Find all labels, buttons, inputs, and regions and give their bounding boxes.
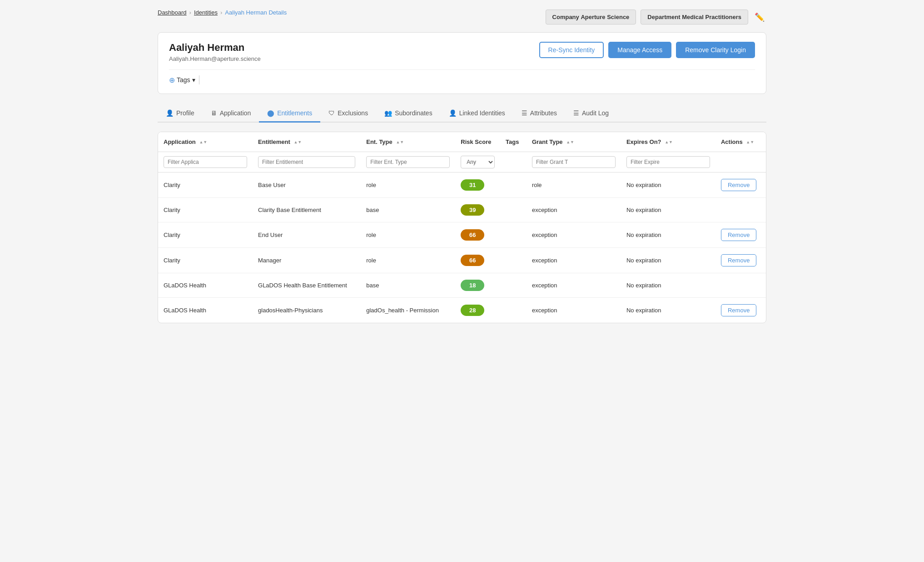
exclusions-icon: 🛡 (328, 109, 335, 117)
application-icon: 🖥 (211, 109, 217, 117)
cell-expires-on-0: No expiration (621, 173, 715, 198)
tags-row: ⊕ Tags ▾ (169, 69, 755, 84)
tabs-row: 👤 Profile 🖥 Application ⬤ Entitlements 🛡… (158, 105, 766, 123)
tab-subordinates[interactable]: 👥 Subordinates (376, 105, 441, 123)
sort-entitlement-icon[interactable]: ▲▼ (293, 140, 302, 144)
subordinates-icon: 👥 (384, 109, 392, 117)
filter-application-input[interactable] (164, 156, 247, 168)
cell-ent-type-5: gladOs_health - Permission (361, 298, 455, 323)
remove-button-2[interactable]: Remove (721, 229, 756, 241)
identity-name: Aaliyah Herman (169, 42, 261, 54)
tab-audit-log-label: Audit Log (582, 109, 609, 117)
cell-application-2: Clarity (158, 222, 253, 248)
tab-exclusions-label: Exclusions (338, 109, 368, 117)
breadcrumb-dashboard[interactable]: Dashboard (158, 9, 187, 16)
table-row: Clarity Base User role 31 role No expira… (158, 173, 766, 198)
risk-badge-1: 39 (461, 204, 484, 216)
col-risk-score: Risk Score (455, 132, 500, 152)
cell-tags-3 (500, 248, 527, 273)
company-badge: Company Aperture Science (546, 10, 636, 25)
cell-ent-type-1: base (361, 198, 455, 222)
cell-actions-0: Remove (715, 173, 766, 198)
company-value: Aperture Science (581, 14, 629, 20)
tab-profile-label: Profile (176, 109, 194, 117)
tab-profile[interactable]: 👤 Profile (158, 105, 203, 123)
remove-button-5[interactable]: Remove (721, 304, 756, 316)
col-actions: Actions ▲▼ (715, 132, 766, 152)
cell-actions-5: Remove (715, 298, 766, 323)
tab-exclusions[interactable]: 🛡 Exclusions (320, 105, 376, 123)
cell-expires-on-4: No expiration (621, 273, 715, 298)
breadcrumb-sep2: › (220, 9, 222, 16)
col-expires-on: Expires On? ▲▼ (621, 132, 715, 152)
filter-risk-score-cell: Any (455, 152, 500, 173)
sort-ent-type-icon[interactable]: ▲▼ (396, 140, 404, 144)
filter-ent-type-cell (361, 152, 455, 173)
sort-grant-type-icon[interactable]: ▲▼ (566, 140, 574, 144)
table-row: GLaDOS Health gladosHealth-Physicians gl… (158, 298, 766, 323)
attributes-icon: ☰ (522, 109, 527, 117)
col-application: Application ▲▼ (158, 132, 253, 152)
cell-tags-5 (500, 298, 527, 323)
profile-icon: 👤 (166, 109, 174, 117)
filter-grant-type-input[interactable] (532, 156, 616, 168)
cell-expires-on-5: No expiration (621, 298, 715, 323)
cell-expires-on-1: No expiration (621, 198, 715, 222)
cell-grant-type-0: role (527, 173, 621, 198)
tab-linked-identities[interactable]: 👤 Linked Identities (441, 105, 513, 123)
sort-expires-icon[interactable]: ▲▼ (665, 140, 673, 144)
filter-entitlement-input[interactable] (258, 156, 355, 168)
tab-entitlements[interactable]: ⬤ Entitlements (259, 105, 320, 123)
filter-tags-cell (500, 152, 527, 173)
tab-linked-identities-label: Linked Identities (459, 109, 505, 117)
filter-expires-input[interactable] (626, 156, 710, 168)
resync-button[interactable]: Re-Sync Identity (539, 42, 604, 58)
col-entitlement: Entitlement ▲▼ (253, 132, 361, 152)
identity-info: Aaliyah Herman Aaliyah.Herman@aperture.s… (169, 42, 261, 62)
filter-risk-score-select[interactable]: Any (461, 156, 495, 168)
entitlements-table-container: Application ▲▼ Entitlement ▲▼ Ent. Type … (158, 132, 766, 323)
cell-grant-type-2: exception (527, 222, 621, 248)
breadcrumb-sep1: › (189, 9, 191, 16)
tab-application-label: Application (220, 109, 251, 117)
dept-label: Department (647, 14, 680, 20)
manage-access-button[interactable]: Manage Access (608, 42, 671, 58)
tab-application[interactable]: 🖥 Application (203, 105, 259, 123)
audit-log-icon: ☰ (573, 109, 579, 117)
linked-identities-icon: 👤 (449, 109, 457, 117)
cell-tags-0 (500, 173, 527, 198)
col-tags: Tags (500, 132, 527, 152)
breadcrumb-current: Aaliyah Herman Details (225, 9, 287, 16)
edit-icon-button[interactable]: ✏️ (753, 10, 766, 24)
filter-ent-type-input[interactable] (366, 156, 450, 168)
cell-actions-4 (715, 273, 766, 298)
remove-clarity-login-button[interactable]: Remove Clarity Login (676, 42, 755, 58)
cell-risk-score-4: 18 (455, 273, 500, 298)
cell-application-5: GLaDOS Health (158, 298, 253, 323)
risk-badge-4: 18 (461, 280, 484, 291)
tab-audit-log[interactable]: ☰ Audit Log (565, 105, 617, 123)
breadcrumb-identities[interactable]: Identities (194, 9, 218, 16)
cell-actions-2: Remove (715, 222, 766, 248)
cell-expires-on-3: No expiration (621, 248, 715, 273)
tags-button[interactable]: ⊕ Tags ▾ (169, 76, 195, 84)
tags-chevron-icon: ▾ (192, 76, 195, 84)
cell-entitlement-2: End User (253, 222, 361, 248)
risk-badge-3: 66 (461, 255, 484, 266)
cell-ent-type-3: role (361, 248, 455, 273)
cell-risk-score-3: 66 (455, 248, 500, 273)
tags-divider (199, 75, 199, 84)
remove-button-3[interactable]: Remove (721, 254, 756, 266)
dept-value: Medical Practitioners (682, 14, 741, 20)
tags-label: Tags (177, 76, 190, 84)
cell-grant-type-1: exception (527, 198, 621, 222)
cell-grant-type-3: exception (527, 248, 621, 273)
sort-application-icon[interactable]: ▲▼ (199, 140, 207, 144)
filter-entitlement-cell (253, 152, 361, 173)
risk-badge-5: 28 (461, 305, 484, 316)
tab-attributes[interactable]: ☰ Attributes (513, 105, 565, 123)
sort-actions-icon[interactable]: ▲▼ (746, 140, 754, 144)
filter-actions-cell (715, 152, 766, 173)
remove-button-0[interactable]: Remove (721, 179, 756, 191)
cell-ent-type-2: role (361, 222, 455, 248)
